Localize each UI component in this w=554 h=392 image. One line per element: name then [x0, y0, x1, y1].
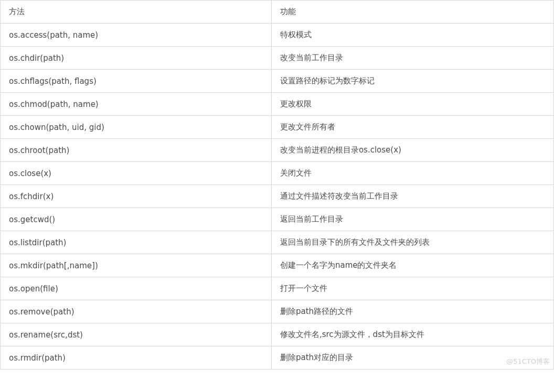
table-row: os.chdir(path)改变当前工作目录 [1, 47, 554, 70]
cell-method: os.fchdir(x) [1, 185, 272, 208]
cell-method: os.chroot(path) [1, 139, 272, 162]
os-methods-table: 方法 功能 os.access(path, name)特权模式os.chdir(… [0, 0, 554, 369]
cell-function: 返回当前目录下的所有文件及文件夹的列表 [271, 231, 553, 254]
table-row: os.chflags(path, flags)设置路径的标记为数字标记 [1, 70, 554, 93]
cell-function: 删除path对应的目录 [271, 346, 553, 369]
cell-function: 改变当前进程的根目录os.close(x) [271, 139, 553, 162]
cell-method: os.rmdir(path) [1, 346, 272, 369]
cell-method: os.rename(src,dst) [1, 323, 272, 346]
table-row: os.chmod(path, name)更改权限 [1, 93, 554, 116]
table-row: os.remove(path)删除path路径的文件 [1, 300, 554, 323]
cell-function: 通过文件描述符改变当前工作目录 [271, 185, 553, 208]
cell-method: os.getcwd() [1, 208, 272, 231]
cell-method: os.listdir(path) [1, 231, 272, 254]
table-row: os.rmdir(path)删除path对应的目录 [1, 346, 554, 369]
cell-method: os.close(x) [1, 162, 272, 185]
table-row: os.access(path, name)特权模式 [1, 24, 554, 47]
cell-method: os.mkdir(path[,name]) [1, 254, 272, 277]
table-container: 方法 功能 os.access(path, name)特权模式os.chdir(… [0, 0, 554, 369]
table-row: os.mkdir(path[,name])创建一个名字为name的文件夹名 [1, 254, 554, 277]
cell-method: os.access(path, name) [1, 24, 272, 47]
table-row: os.listdir(path)返回当前目录下的所有文件及文件夹的列表 [1, 231, 554, 254]
cell-function: 更改权限 [271, 93, 553, 116]
cell-function: 修改文件名,src为源文件，dst为目标文件 [271, 323, 553, 346]
table-row: os.open(file)打开一个文件 [1, 277, 554, 300]
cell-function: 更改文件所有者 [271, 116, 553, 139]
cell-method: os.chmod(path, name) [1, 93, 272, 116]
header-method: 方法 [1, 1, 272, 24]
table-row: os.chown(path, uid, gid)更改文件所有者 [1, 116, 554, 139]
cell-method: os.chdir(path) [1, 47, 272, 70]
table-row: os.close(x)关闭文件 [1, 162, 554, 185]
table-row: os.fchdir(x)通过文件描述符改变当前工作目录 [1, 185, 554, 208]
cell-method: os.chown(path, uid, gid) [1, 116, 272, 139]
cell-function: 打开一个文件 [271, 277, 553, 300]
cell-function: 创建一个名字为name的文件夹名 [271, 254, 553, 277]
cell-function: 改变当前工作目录 [271, 47, 553, 70]
cell-function: 特权模式 [271, 24, 553, 47]
table-header-row: 方法 功能 [1, 1, 554, 24]
cell-function: 设置路径的标记为数字标记 [271, 70, 553, 93]
cell-function: 删除path路径的文件 [271, 300, 553, 323]
table-row: os.chroot(path)改变当前进程的根目录os.close(x) [1, 139, 554, 162]
cell-function: 返回当前工作目录 [271, 208, 553, 231]
cell-method: os.chflags(path, flags) [1, 70, 272, 93]
table-row: os.rename(src,dst)修改文件名,src为源文件，dst为目标文件 [1, 323, 554, 346]
cell-function: 关闭文件 [271, 162, 553, 185]
cell-method: os.open(file) [1, 277, 272, 300]
table-row: os.getcwd()返回当前工作目录 [1, 208, 554, 231]
cell-method: os.remove(path) [1, 300, 272, 323]
header-function: 功能 [271, 1, 553, 24]
